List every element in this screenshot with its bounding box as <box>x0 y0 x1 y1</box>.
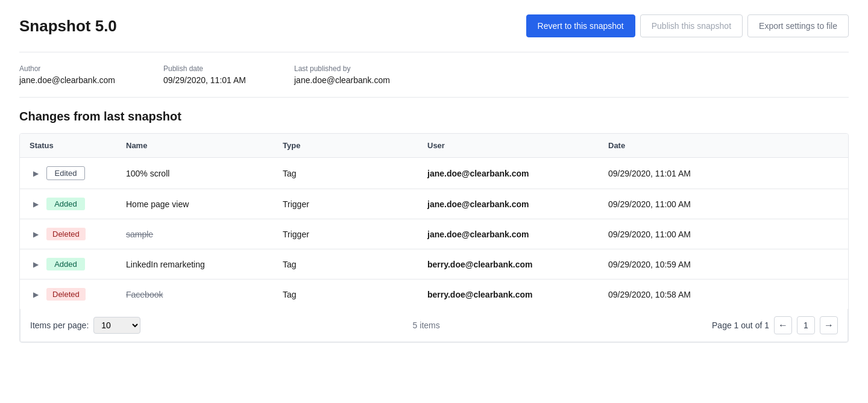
table-row: ▶DeletedFacebookTagberry.doe@clearbank.c… <box>20 280 848 310</box>
status-badge: Deleted <box>46 288 86 301</box>
publish-date-label: Publish date <box>163 64 246 73</box>
item-date: 09/29/2020, 11:00 AM <box>599 221 848 248</box>
status-badge: Added <box>46 198 85 210</box>
item-user: berry.doe@clearbank.com <box>418 251 599 278</box>
table-row: ▶Edited100% scrollTagjane.doe@clearbank.… <box>20 158 848 189</box>
col-header-type: Type <box>273 134 418 158</box>
item-type: Trigger <box>273 221 418 248</box>
item-date: 09/29/2020, 10:58 AM <box>599 281 848 308</box>
total-items-label: 5 items <box>413 320 440 330</box>
meta-divider <box>19 97 849 98</box>
status-badge: Added <box>46 258 85 270</box>
table-footer: Items per page: 10 25 50 100 5 items Pag… <box>20 309 848 342</box>
table-header-row: Status Name Type User Date <box>20 134 848 158</box>
last-published-label: Last published by <box>294 64 390 73</box>
item-type: Tag <box>273 251 418 278</box>
items-per-page-select[interactable]: 10 25 50 100 <box>93 317 140 334</box>
table-row: ▶AddedLinkedIn remarketingTagberry.doe@c… <box>20 249 848 280</box>
publish-date-meta: Publish date 09/29/2020, 11:01 AM <box>163 64 246 85</box>
item-date: 09/29/2020, 10:59 AM <box>599 251 848 278</box>
changes-table-container: Status Name Type User Date ▶Edited100% s… <box>19 133 849 343</box>
item-user: jane.doe@clearbank.com <box>418 221 599 248</box>
col-header-user: User <box>418 134 599 158</box>
header-divider <box>19 52 849 52</box>
prev-page-button[interactable]: ← <box>774 316 792 334</box>
item-type: Tag <box>273 281 418 308</box>
last-published-meta: Last published by jane.doe@clearbank.com <box>294 64 390 85</box>
col-header-status: Status <box>20 134 116 158</box>
pagination-info: Page 1 out of 1 <box>712 320 769 330</box>
item-user: jane.doe@clearbank.com <box>418 191 599 217</box>
item-date: 09/29/2020, 11:01 AM <box>599 160 848 187</box>
item-name: 100% scroll <box>116 160 273 187</box>
status-badge: Deleted <box>46 228 86 240</box>
item-date: 09/29/2020, 11:00 AM <box>599 191 848 217</box>
current-page-number: 1 <box>797 316 815 334</box>
author-label: Author <box>19 64 115 73</box>
header-actions: Revert to this snapshot Publish this sna… <box>526 14 849 37</box>
changes-table: Status Name Type User Date ▶Edited100% s… <box>20 134 848 309</box>
col-header-name: Name <box>116 134 273 158</box>
changes-section-title: Changes from last snapshot <box>19 110 849 123</box>
revert-button[interactable]: Revert to this snapshot <box>526 14 635 37</box>
export-button[interactable]: Export settings to file <box>747 14 849 37</box>
expand-chevron[interactable]: ▶ <box>30 228 42 240</box>
page-container: Snapshot 5.0 Revert to this snapshot Pub… <box>0 0 868 403</box>
table-row: ▶AddedHome page viewTriggerjane.doe@clea… <box>20 189 848 219</box>
item-type: Tag <box>273 160 418 187</box>
item-name: sample <box>116 221 273 248</box>
items-per-page-section: Items per page: 10 25 50 100 <box>30 317 140 334</box>
expand-chevron[interactable]: ▶ <box>30 289 42 301</box>
item-name: Facebook <box>116 281 273 308</box>
last-published-value: jane.doe@clearbank.com <box>294 75 390 85</box>
expand-chevron[interactable]: ▶ <box>30 198 42 210</box>
item-user: jane.doe@clearbank.com <box>418 160 599 187</box>
item-user: berry.doe@clearbank.com <box>418 281 599 308</box>
item-name: Home page view <box>116 191 273 217</box>
table-row: ▶DeletedsampleTriggerjane.doe@clearbank.… <box>20 219 848 249</box>
item-name: LinkedIn remarketing <box>116 251 273 278</box>
publish-date-value: 09/29/2020, 11:01 AM <box>163 75 246 85</box>
author-meta: Author jane.doe@clearbank.com <box>19 64 115 85</box>
pagination-section: Page 1 out of 1 ← 1 → <box>712 316 838 334</box>
expand-chevron[interactable]: ▶ <box>30 258 42 270</box>
col-header-date: Date <box>599 134 848 158</box>
author-value: jane.doe@clearbank.com <box>19 75 115 85</box>
item-type: Trigger <box>273 191 418 217</box>
publish-button[interactable]: Publish this snapshot <box>640 14 743 37</box>
page-title: Snapshot 5.0 <box>19 17 117 36</box>
expand-chevron[interactable]: ▶ <box>30 167 42 180</box>
page-header: Snapshot 5.0 Revert to this snapshot Pub… <box>19 14 849 37</box>
meta-section: Author jane.doe@clearbank.com Publish da… <box>19 64 849 85</box>
next-page-button[interactable]: → <box>820 316 838 334</box>
status-badge: Edited <box>46 166 85 180</box>
items-per-page-label: Items per page: <box>30 320 89 330</box>
